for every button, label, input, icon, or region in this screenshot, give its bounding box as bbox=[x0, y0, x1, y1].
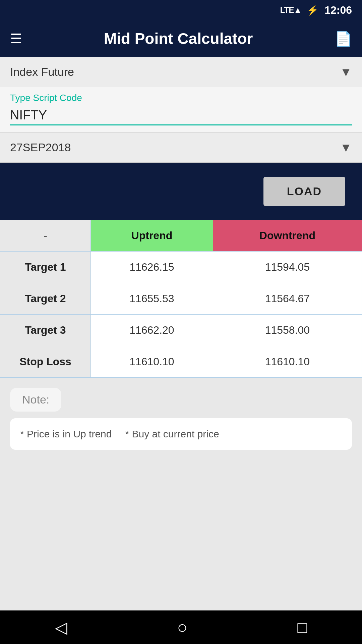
status-icons: LTE▲ ⚡ bbox=[280, 5, 318, 16]
hamburger-menu-icon[interactable]: ☰ bbox=[10, 32, 22, 45]
uptrend-value-1: 11655.53 bbox=[91, 283, 213, 315]
recent-nav-icon[interactable]: □ bbox=[297, 618, 307, 637]
index-future-label: Index Future bbox=[10, 65, 340, 78]
dropdown1-arrow-icon: ▼ bbox=[340, 65, 352, 79]
uptrend-value-2: 11662.20 bbox=[91, 315, 213, 346]
load-button[interactable]: LOAD bbox=[263, 177, 345, 206]
script-code-input[interactable] bbox=[10, 106, 352, 125]
table-row: Target 211655.5311564.67 bbox=[0, 283, 362, 315]
note-section: Note: * Price is in Up trend * Buy at cu… bbox=[0, 378, 362, 453]
app-header: ☰ Mid Point Calculator 📄 bbox=[0, 20, 362, 57]
battery-icon: ⚡ bbox=[307, 5, 318, 16]
app-title: Mid Point Calculator bbox=[36, 30, 321, 48]
downtrend-value-0: 11594.05 bbox=[213, 252, 362, 283]
table-header-uptrend: Uptrend bbox=[91, 220, 213, 252]
table-header-downtrend: Downtrend bbox=[213, 220, 362, 252]
note-badge: Note: bbox=[10, 388, 61, 412]
note-item-2: * Buy at current price bbox=[125, 428, 219, 440]
table-row: Stop Loss11610.1011610.10 bbox=[0, 346, 362, 378]
dropdown2-arrow-icon: ▼ bbox=[340, 141, 352, 155]
back-nav-icon[interactable]: ◁ bbox=[55, 618, 67, 637]
status-time: 12:06 bbox=[324, 4, 352, 16]
date-dropdown[interactable]: 27SEP2018 ▼ bbox=[0, 132, 362, 163]
results-table: - Uptrend Downtrend Target 111626.151159… bbox=[0, 220, 362, 378]
row-label-1: Target 2 bbox=[0, 283, 91, 315]
lte-icon: LTE▲ bbox=[280, 5, 301, 15]
downtrend-value-3: 11610.10 bbox=[213, 346, 362, 378]
home-nav-icon[interactable]: ○ bbox=[177, 617, 187, 637]
uptrend-value-3: 11610.10 bbox=[91, 346, 213, 378]
row-label-3: Stop Loss bbox=[0, 346, 91, 378]
downtrend-value-2: 11558.00 bbox=[213, 315, 362, 346]
table-header-dash: - bbox=[0, 220, 91, 252]
index-future-dropdown[interactable]: Index Future ▼ bbox=[0, 57, 362, 87]
date-dropdown-label: 27SEP2018 bbox=[10, 141, 340, 154]
table-row: Target 311662.2011558.00 bbox=[0, 315, 362, 346]
uptrend-value-0: 11626.15 bbox=[91, 252, 213, 283]
script-code-section: Type Script Code bbox=[0, 87, 362, 132]
load-section: LOAD bbox=[0, 163, 362, 220]
row-label-0: Target 1 bbox=[0, 252, 91, 283]
table-row: Target 111626.1511594.05 bbox=[0, 252, 362, 283]
status-bar: LTE▲ ⚡ 12:06 bbox=[0, 0, 362, 20]
script-code-label: Type Script Code bbox=[10, 93, 352, 103]
note-item-1: * Price is in Up trend bbox=[20, 428, 112, 440]
book-icon[interactable]: 📄 bbox=[335, 31, 352, 47]
row-label-2: Target 3 bbox=[0, 315, 91, 346]
note-text-box: * Price is in Up trend * Buy at current … bbox=[10, 418, 352, 450]
downtrend-value-1: 11564.67 bbox=[213, 283, 362, 315]
bottom-nav: ◁ ○ □ bbox=[0, 610, 362, 644]
